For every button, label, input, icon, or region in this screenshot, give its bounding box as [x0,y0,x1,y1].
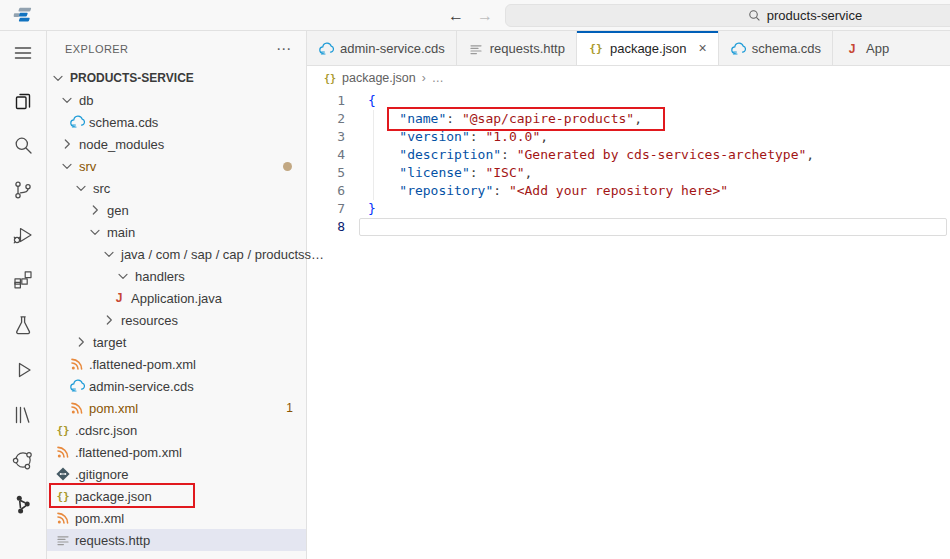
explorer-sidebar: EXPLORER ⋯ PRODUCTS-SERVICEdbschema.cdsn… [47,31,307,559]
tree-item-label: Application.java [131,291,222,306]
tree-item-label: handlers [135,269,185,284]
nav-forward-button[interactable]: → [473,4,497,28]
tab-app[interactable]: JApp [833,31,913,66]
tree-file-pom.xml[interactable]: pom.xml1 [47,397,306,419]
xml-file-icon [69,400,85,416]
tree-item-label: schema.cds [89,115,158,130]
files-icon [11,88,35,116]
app-logo-icon [13,5,35,27]
line-number: 3 [307,128,352,146]
chevron-down-icon [59,92,75,108]
tree-folder-src[interactable]: src [47,177,306,199]
tree-item-label: node_modules [79,137,164,152]
line-number: 1 [307,92,352,110]
tree-folder-db[interactable]: db [47,89,306,111]
activity-extensions-button[interactable] [0,259,47,304]
tree-item-label: .flattened-pom.xml [89,357,196,372]
tab-label: admin-service.cds [340,41,445,56]
tree-folder-target[interactable]: target [47,331,306,353]
tree-item-label: src [93,181,110,196]
tree-folder-node-modules[interactable]: node_modules [47,133,306,155]
tree-folder-products-service[interactable]: PRODUCTS-SERVICE [47,67,306,89]
chevron-right-icon [101,312,117,328]
modified-dot-badge [283,162,292,171]
activity-search-button[interactable] [0,124,47,169]
tree-item-label: java / com / sap / cap / productss… [121,247,324,262]
tree-folder-resources[interactable]: resources [47,309,306,331]
tab-schema.cds[interactable]: schema.cds [719,31,833,66]
line-number: 7 [307,200,352,218]
breadcrumb[interactable]: {} package.json › … [307,66,950,90]
tree-file-application.java[interactable]: JApplication.java [47,287,306,309]
tree-folder-main[interactable]: main [47,221,306,243]
tab-label: package.json [610,41,687,56]
git-file-icon [55,466,71,482]
code-line-3[interactable]: 3 "version": "1.0.0", [307,128,950,146]
chevron-down-icon [73,180,89,196]
code-line-6[interactable]: 6 "repository": "<Add your repository he… [307,182,950,200]
json-file-icon: {} [55,422,71,438]
tree-file-schema.cds[interactable]: schema.cds [47,111,306,133]
activity-library-button[interactable] [0,394,47,439]
explorer-header: EXPLORER ⋯ [47,31,306,67]
cds-file-icon [69,114,85,130]
xml-file-icon [69,356,85,372]
xml-file-icon [55,510,71,526]
xml-file-icon [55,444,71,460]
extensions-icon [11,268,35,296]
activity-menu-button[interactable] [0,31,47,79]
tree-folder-srv[interactable]: srv [47,155,306,177]
code-line-5[interactable]: 5 "license": "ISC", [307,164,950,182]
tree-item-label: .cdsrc.json [75,423,137,438]
activity-explorer-button[interactable] [0,79,47,124]
title-bar: ← → products-service [0,0,950,31]
tree-file-package.json[interactable]: {}package.json [47,485,306,507]
http-file-icon [468,41,484,57]
more-actions-icon[interactable]: ⋯ [276,40,292,58]
activity-testing-button[interactable] [0,304,47,349]
tab-requests.http[interactable]: requests.http [457,31,577,66]
activity-source-control-button[interactable] [0,169,47,214]
tree-file-.cdsrc.json[interactable]: {}.cdsrc.json [47,419,306,441]
tree-folder-handlers[interactable]: handlers [47,265,306,287]
command-search-input[interactable]: products-service [505,4,950,27]
activity-run-button[interactable] [0,349,47,394]
search-value: products-service [767,8,862,23]
tree-file-requests.http[interactable]: requests.http [47,529,306,551]
cds-file-icon [730,41,746,57]
chevron-right-icon [87,202,103,218]
tree-file-pom.xml[interactable]: pom.xml [47,507,306,529]
tree-file-.gitignore[interactable]: .gitignore [47,463,306,485]
close-icon[interactable]: × [699,40,707,56]
tree-item-label: .gitignore [75,467,128,482]
code-line-2[interactable]: 2 "name": "@sap/capire-products", [307,110,950,128]
line-number: 2 [307,110,352,128]
code-line-4[interactable]: 4 "description": "Generated by cds-servi… [307,146,950,164]
code-line-1[interactable]: 1{ [307,92,950,110]
breadcrumb-file: package.json [342,71,416,85]
code-line-7[interactable]: 7} [307,200,950,218]
json-file-icon: {} [588,40,604,56]
json-file-icon: {} [324,73,336,84]
tree-item-label: PRODUCTS-SERVICE [70,71,194,85]
line-content: } [368,200,376,218]
line-number: 6 [307,182,352,200]
tree-file-.flattened-pom.xml[interactable]: .flattened-pom.xml [47,353,306,375]
activity-org-button[interactable] [0,484,47,529]
code-editor[interactable]: 1{2 "name": "@sap/capire-products",3 "ve… [307,90,950,559]
nav-back-button[interactable]: ← [444,4,468,28]
tree-folder-gen[interactable]: gen [47,199,306,221]
activity-run-and-debug-button[interactable] [0,214,47,259]
code-line-8[interactable]: 8 [307,218,950,236]
editor-group: admin-service.cdsrequests.http{}package.… [307,31,950,559]
tree-item-label: pom.xml [89,401,138,416]
chevron-right-icon [73,334,89,350]
activity-remote-button[interactable] [0,439,47,484]
tab-package.json[interactable]: {}package.json× [577,31,719,66]
tree-file-admin-service.cds[interactable]: admin-service.cds [47,375,306,397]
tree-file-.flattened-pom.xml[interactable]: .flattened-pom.xml [47,441,306,463]
tab-admin-service.cds[interactable]: admin-service.cds [307,31,457,66]
current-line-highlight [359,218,947,236]
line-content: "license": "ISC", [368,164,532,182]
tree-folder-java-com-sap-cap-productss-[interactable]: java / com / sap / cap / productss… [47,243,306,265]
